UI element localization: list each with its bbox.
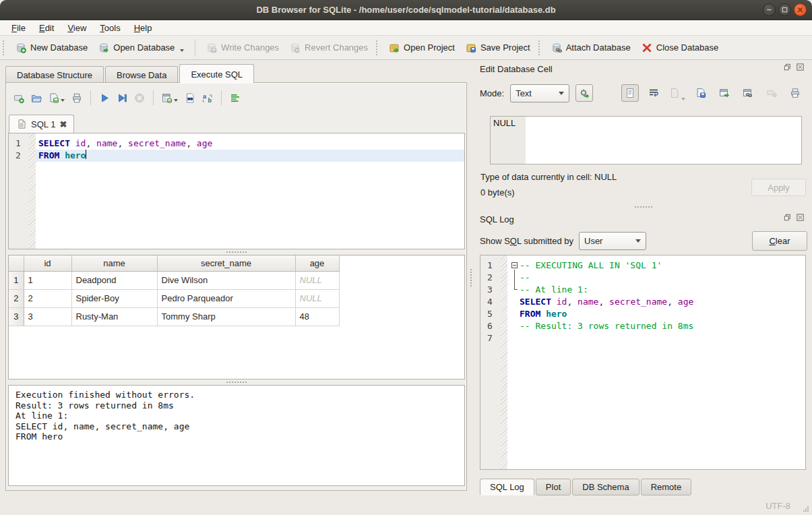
float-panel-icon[interactable] — [784, 63, 794, 74]
table-row: 22Spider-BoyPedro ParqueadorNULL — [9, 289, 339, 307]
resize-grip[interactable] — [803, 506, 809, 512]
cell-id[interactable]: 2 — [24, 289, 71, 307]
sql-log-view[interactable]: 1234567 -- EXECUTING ALL IN 'SQL 1'---- … — [480, 255, 806, 470]
cell-value-editor[interactable]: NULL — [490, 116, 802, 164]
column-header-id[interactable]: id — [24, 255, 71, 271]
save-results-button[interactable] — [160, 90, 180, 105]
auto-switch-mode-button[interactable] — [575, 84, 593, 102]
column-header-secret_name[interactable]: secret_name — [157, 255, 295, 271]
tab-database-structure[interactable]: Database Structure — [5, 66, 104, 84]
menubar: FileEditViewToolsHelp — [0, 20, 812, 36]
sql-toolbar: ab — [11, 88, 243, 107]
save-project-button[interactable]: Save Project — [460, 39, 536, 57]
cell-name[interactable]: Spider-Boy — [71, 289, 157, 307]
execute-all-button[interactable] — [97, 90, 112, 105]
tab-browse-data[interactable]: Browse Data — [105, 66, 178, 84]
stop-execution-button[interactable] — [132, 90, 147, 105]
new-sql-tab-button[interactable] — [11, 90, 26, 105]
code-line: -- At line 1: — [507, 284, 805, 296]
print-cell-button[interactable] — [786, 84, 804, 102]
float-panel-icon[interactable] — [784, 214, 794, 224]
open-sql-file-button[interactable] — [29, 90, 44, 105]
editor-code[interactable]: SELECT id, name, secret_name, ageFROM he… — [36, 133, 464, 249]
cell-name[interactable]: Rusty-Man — [71, 307, 157, 326]
cell-name[interactable]: Deadpond — [71, 271, 157, 289]
close-panel-icon[interactable] — [797, 63, 807, 74]
cell-id[interactable]: 1 — [24, 271, 71, 289]
text-mode-button[interactable] — [621, 84, 639, 102]
fold-marker[interactable] — [510, 260, 520, 272]
cell-age[interactable]: 48 — [295, 307, 339, 326]
chevron-down-icon — [61, 99, 65, 102]
minimize-button[interactable] — [763, 3, 776, 16]
cell-age[interactable]: NULL — [295, 289, 339, 307]
table-row: 33Rusty-ManTommy Sharp48 — [9, 307, 339, 326]
menu-tools[interactable]: Tools — [94, 22, 126, 34]
revert-changes-icon — [290, 42, 301, 53]
tab-execute-sql[interactable]: Execute SQL — [179, 64, 254, 83]
results-corner-cell[interactable] — [9, 255, 24, 271]
close-panel-icon[interactable] — [797, 214, 807, 224]
sql-editor-tab[interactable]: SQL 1 ✖ — [9, 115, 74, 133]
open-database-button[interactable]: Open Database — [93, 39, 189, 57]
row-header[interactable]: 1 — [9, 271, 24, 289]
dock-tab-remote[interactable]: Remote — [641, 479, 692, 495]
stop-execution-icon — [134, 92, 145, 103]
dock-tab-sql-log[interactable]: SQL Log — [480, 479, 534, 495]
write-changes-button[interactable]: Write Changes — [201, 39, 284, 57]
maximize-button[interactable] — [778, 3, 791, 16]
sql-toolbar-separator — [221, 90, 222, 105]
execute-current-line-button[interactable] — [115, 90, 129, 105]
clear-log-button[interactable]: Clear — [752, 231, 807, 251]
line-number: 7 — [480, 332, 501, 344]
cell-secret_name[interactable]: Dive Wilson — [157, 271, 295, 289]
save-sql-file-button[interactable] — [46, 90, 67, 105]
find-replace-button[interactable]: ab — [200, 90, 215, 105]
open-project-button[interactable]: Open Project — [383, 39, 460, 57]
set-null-button[interactable] — [763, 84, 780, 102]
new-database-button[interactable]: New Database — [10, 39, 93, 57]
log-filter-select[interactable]: User — [579, 232, 646, 250]
word-wrap-button[interactable] — [645, 84, 662, 102]
code-line: -- — [507, 272, 805, 284]
print-sql-icon — [71, 92, 82, 103]
apply-button[interactable]: Apply — [751, 179, 806, 196]
close-window-button[interactable] — [794, 3, 807, 16]
splitter-results-message[interactable] — [8, 380, 465, 385]
splitter-editor-results[interactable] — [8, 249, 465, 255]
print-sql-button[interactable] — [69, 90, 84, 105]
format-sql-button[interactable] — [228, 90, 243, 105]
copy-link-button[interactable] — [739, 84, 757, 102]
fold-box-icon[interactable] — [511, 262, 518, 268]
menu-view[interactable]: View — [61, 22, 92, 34]
row-header[interactable]: 2 — [9, 289, 24, 307]
row-header[interactable]: 3 — [9, 307, 24, 326]
attach-database-button[interactable]: Attach Database — [546, 39, 636, 57]
dock-tab-db-schema[interactable]: DB Schema — [572, 479, 639, 495]
fold-column — [510, 332, 520, 344]
menu-file[interactable]: File — [5, 22, 32, 34]
column-header-name[interactable]: name — [71, 255, 157, 271]
close-sql-tab-icon[interactable]: ✖ — [59, 119, 67, 129]
titlebar[interactable]: DB Browser for SQLite - /home/user/code/… — [0, 0, 812, 20]
cell-age[interactable]: NULL — [295, 271, 339, 289]
sql-editor[interactable]: 12 SELECT id, name, secret_name, ageFROM… — [8, 133, 465, 249]
open-in-external-button[interactable] — [716, 84, 733, 102]
revert-changes-button[interactable]: Revert Changes — [284, 39, 373, 57]
execution-message: Execution finished without errors.Result… — [8, 385, 465, 486]
chevron-down-icon — [174, 99, 178, 102]
find-text-button[interactable] — [183, 90, 197, 105]
export-data-button[interactable] — [692, 84, 710, 102]
menu-help[interactable]: Help — [128, 22, 158, 34]
mode-select[interactable]: Text — [510, 84, 569, 102]
close-database-button[interactable]: Close Database — [636, 39, 724, 57]
column-header-age[interactable]: age — [295, 255, 339, 271]
cell-secret_name[interactable]: Tommy Sharp — [157, 307, 295, 326]
cell-secret_name[interactable]: Pedro Parqueador — [157, 289, 295, 307]
import-data-button[interactable] — [668, 84, 686, 102]
splitter-panes[interactable] — [467, 60, 475, 495]
menu-edit[interactable]: Edit — [33, 22, 60, 34]
cell-id[interactable]: 3 — [24, 307, 71, 326]
dock-tab-plot[interactable]: Plot — [536, 479, 571, 495]
splitter-cell-log[interactable] — [480, 204, 807, 210]
